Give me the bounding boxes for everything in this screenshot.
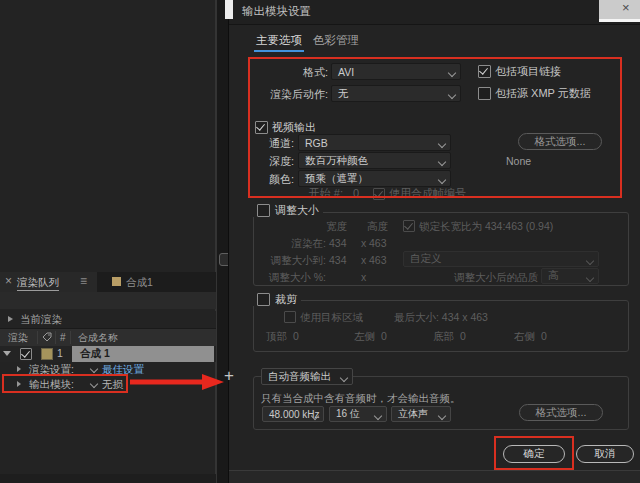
crop-checkbox[interactable]	[257, 293, 270, 306]
tab-composition[interactable]: 合成1	[105, 272, 185, 292]
audio-channels-dropdown[interactable]: 立体声	[391, 406, 451, 422]
bit-depth-value: 16 位	[336, 407, 360, 421]
output-module-label: 输出模块:	[29, 378, 74, 391]
color-value: 预乘（遮罩）	[305, 172, 368, 186]
footer-strip	[229, 471, 640, 483]
add-output-module-plus[interactable]: +	[224, 369, 234, 382]
cancel-button[interactable]: 取消	[576, 445, 634, 463]
lock-aspect-label: 锁定长宽比为 434:463 (0.94)	[419, 220, 553, 233]
column-comp-name[interactable]: 合成名称	[78, 331, 118, 344]
video-format-options-button[interactable]: 格式选项...	[518, 133, 602, 150]
audio-output-mode-value: 自动音频输出	[268, 370, 331, 384]
chevron-down-icon	[448, 69, 456, 77]
resize-quality-value: 高	[548, 269, 559, 283]
crop-group-label: 裁剪	[253, 293, 301, 306]
dialog-titlebar[interactable]: 输出模块设置 ×	[229, 0, 640, 25]
close-icon[interactable]: ×	[622, 1, 630, 14]
queue-row-comp1[interactable]: 1 合成 1	[0, 346, 216, 362]
render-at-label: 渲染在:	[246, 237, 326, 250]
bit-depth-dropdown[interactable]: 16 位	[329, 406, 387, 422]
post-render-dropdown[interactable]: 无	[331, 85, 461, 102]
codec-none-text: None	[506, 155, 531, 168]
video-format-options-label: 格式选项...	[535, 135, 586, 149]
chevron-down-icon	[438, 140, 446, 148]
expand-triangle-icon[interactable]	[17, 381, 21, 387]
post-render-label: 渲染后动作:	[249, 88, 328, 101]
column-render[interactable]: 渲染	[8, 331, 28, 344]
start-number-label: 开始 #:	[269, 187, 343, 200]
include-xmp-label: 包括源 XMP 元数据	[495, 87, 591, 100]
titlebar-light-corner	[599, 0, 640, 19]
crop-title: 裁剪	[275, 293, 297, 306]
include-project-link-label: 包括项目链接	[495, 65, 561, 78]
column-divider	[37, 331, 38, 344]
dialog-title: 输出模块设置	[242, 5, 311, 18]
chevron-down-icon[interactable]	[90, 365, 98, 373]
close-panel-icon[interactable]: ×	[5, 275, 12, 287]
crop-bottom-label: 底部	[433, 330, 454, 343]
resize-quality-label: 调整大小后的品质	[454, 271, 538, 284]
color-dropdown[interactable]: 预乘（遮罩）	[298, 170, 451, 187]
channels-dropdown[interactable]: RGB	[298, 134, 451, 151]
render-queue-toolbar-strip	[0, 292, 216, 309]
expand-chevron-icon[interactable]	[8, 316, 13, 322]
crop-group	[253, 300, 629, 352]
color-label: 颜色:	[239, 173, 294, 186]
include-project-link-checkbox[interactable]	[478, 65, 491, 78]
depth-value: 数百万种颜色	[305, 154, 368, 168]
render-enabled-checkbox[interactable]	[20, 348, 32, 360]
ok-button[interactable]: 确定	[503, 445, 565, 463]
current-render-row[interactable]: 当前渲染	[0, 311, 216, 329]
chevron-down-icon[interactable]	[90, 380, 98, 388]
collapse-triangle-icon[interactable]	[3, 351, 11, 356]
crop-top-value: 0	[293, 330, 299, 343]
expand-triangle-icon[interactable]	[17, 366, 21, 372]
titlebar-light-line	[599, 19, 640, 22]
resize-preset-value: 自定义	[410, 252, 442, 266]
ok-label: 确定	[524, 447, 545, 461]
format-dropdown[interactable]: AVI	[331, 63, 461, 80]
dimension-x: x	[361, 271, 366, 284]
queue-bottom-strip	[0, 474, 216, 483]
depth-label: 深度:	[239, 155, 294, 168]
audio-output-mode-dropdown[interactable]: 自动音频输出	[261, 368, 353, 385]
tab-main-options[interactable]: 主要选项	[256, 34, 302, 47]
composition-panel-background	[0, 0, 216, 483]
chevron-down-icon	[438, 158, 446, 166]
use-comp-frame-label: 使用合成帧编号	[389, 187, 466, 200]
tab-composition-label: 合成1	[126, 276, 153, 289]
label-tag-icon[interactable]	[42, 332, 52, 342]
format-value: AVI	[338, 66, 354, 78]
render-settings-label: 渲染设置:	[29, 363, 74, 376]
chevron-down-icon	[448, 91, 456, 99]
annotation-arrow	[128, 372, 224, 392]
tab-color-management[interactable]: 色彩管理	[313, 34, 359, 47]
audio-format-options-button[interactable]: 格式选项...	[519, 404, 603, 421]
app-window: × 渲染队列 ≡ 合成1 当前渲染 渲染 # 合成名称 1 合成 1	[0, 0, 640, 483]
crop-right-label: 右侧	[514, 330, 535, 343]
include-xmp-checkbox[interactable]	[478, 87, 491, 100]
panel-gap	[217, 0, 228, 483]
label-color-swatch[interactable]	[41, 348, 53, 360]
chevron-down-icon	[438, 176, 446, 184]
tab-active-underline	[254, 50, 304, 52]
panel-menu-icon[interactable]: ≡	[80, 275, 87, 287]
output-module-settings-dialog: 输出模块设置 × 主要选项 色彩管理 格式: AVI 包括项目链接 渲染后动作:…	[228, 0, 640, 483]
resize-checkbox[interactable]	[257, 204, 270, 217]
output-module-value-link[interactable]: 无损	[102, 378, 123, 391]
lock-aspect-checkbox	[403, 220, 415, 232]
channels-label: 通道:	[239, 137, 294, 150]
window-edge-highlight	[225, 0, 233, 19]
render-queue-tabbar: × 渲染队列 ≡ 合成1	[0, 272, 216, 292]
tab-render-queue[interactable]: × 渲染队列 ≡	[0, 272, 97, 292]
sample-rate-dropdown[interactable]: 48.000 kHz	[262, 406, 324, 422]
comp-name-cell-selected[interactable]: 合成 1	[72, 346, 214, 362]
width-header: 宽度	[326, 220, 347, 233]
height-header: 高度	[367, 220, 388, 233]
video-output-checkbox[interactable]	[255, 121, 268, 134]
use-comp-frame-checkbox	[373, 188, 385, 200]
depth-dropdown[interactable]: 数百万种颜色	[298, 152, 451, 169]
column-number[interactable]: #	[60, 331, 66, 344]
chevron-down-icon	[311, 412, 319, 420]
render-at-height: 463	[369, 237, 387, 250]
